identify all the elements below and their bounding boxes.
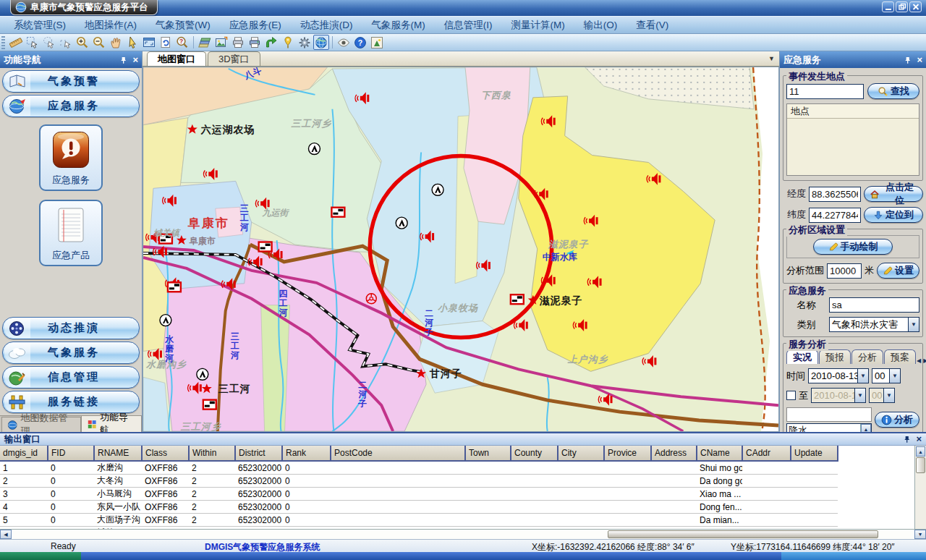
output-vertical-scrollbar[interactable]: ▲ xyxy=(914,446,926,529)
service-tab-1[interactable]: 实况 xyxy=(786,349,818,364)
element-combobox[interactable] xyxy=(786,407,872,422)
map-tab-1[interactable]: 地图窗口 xyxy=(147,51,206,66)
menu-item-7[interactable]: 信息管理(I) xyxy=(435,19,502,32)
analyze-button[interactable]: 分析 xyxy=(875,412,919,428)
pin-button[interactable] xyxy=(280,35,296,50)
table-column-header[interactable]: dmgis_id xyxy=(0,446,48,461)
nav-group-emergency-service[interactable]: 应急服务 xyxy=(2,95,140,117)
close-icon[interactable]: × xyxy=(917,56,922,64)
output-table[interactable]: dmgis_idFIDRNAMEClassWithinDistrictRankP… xyxy=(0,446,838,529)
table-column-header[interactable]: Within xyxy=(189,446,235,461)
left-panel-tab-1[interactable]: 地图数据管理 xyxy=(1,417,81,432)
scroll-left-icon[interactable]: ◀ xyxy=(0,530,12,539)
table-column-header[interactable]: RNAME xyxy=(94,446,142,461)
pin-icon[interactable] xyxy=(119,56,127,64)
search-button[interactable]: 查找 xyxy=(867,83,919,99)
menu-item-9[interactable]: 输出(O) xyxy=(574,19,627,32)
table-column-header[interactable]: County xyxy=(511,446,558,461)
location-result-list[interactable]: 地点 xyxy=(786,103,919,176)
restore-button[interactable] xyxy=(896,1,908,12)
identify-button[interactable]: ? xyxy=(174,35,190,50)
map-canvas[interactable]: 八斗六运湖农场三工河乡下西泉九运街阜康市城关镇阜康市滋泥泉子中新水库滋泥泉子小泉… xyxy=(143,67,779,432)
manual-draw-button[interactable]: 手动绘制 xyxy=(813,239,893,255)
hour-select[interactable]: 00▼ xyxy=(872,368,901,383)
menu-item-8[interactable]: 测量计算(M) xyxy=(501,19,574,32)
table-column-header[interactable]: Address xyxy=(651,446,697,461)
longitude-input[interactable] xyxy=(809,187,861,202)
service-tab-4[interactable]: 预案 xyxy=(884,349,916,364)
latitude-input[interactable] xyxy=(809,208,861,223)
toolbar-grip[interactable] xyxy=(1,36,5,49)
menu-item-10[interactable]: 查看(V) xyxy=(626,19,678,32)
settings-button[interactable] xyxy=(297,35,313,50)
minimize-button[interactable] xyxy=(882,1,894,12)
scroll-up-icon[interactable]: ▲ xyxy=(916,446,925,457)
table-column-header[interactable]: PostCode xyxy=(331,446,465,461)
measure-button[interactable] xyxy=(8,35,24,50)
zoom-in-button[interactable] xyxy=(75,35,90,50)
to-checkbox[interactable] xyxy=(786,391,796,400)
refresh-button[interactable] xyxy=(158,35,174,50)
globe-button[interactable] xyxy=(313,35,329,50)
scroll-down-icon[interactable]: ▼ xyxy=(914,530,926,539)
nav-group-service-links[interactable]: 服务链接 xyxy=(2,391,140,413)
click-locate-button[interactable]: 点击定位 xyxy=(864,186,923,202)
table-column-header[interactable]: Town xyxy=(465,446,511,461)
select-lasso-button[interactable] xyxy=(41,35,57,50)
zoom-out-button[interactable] xyxy=(91,35,107,50)
to-hour-select[interactable]: 00▼ xyxy=(869,388,895,403)
table-row[interactable]: 20大冬沟OXFF8626523020000Da dong gou xyxy=(0,475,838,488)
to-date-select[interactable]: 2010-08-13▼ xyxy=(811,388,866,403)
scene-button[interactable] xyxy=(369,35,385,50)
table-row[interactable]: 40东风一小队OXFF8626523020000Dong fen... xyxy=(0,501,838,514)
menu-item-2[interactable]: 地图操作(A) xyxy=(75,19,146,32)
location-search-input[interactable] xyxy=(786,84,864,99)
menu-item-6[interactable]: 气象服务(M) xyxy=(362,19,434,32)
service-tab-2[interactable]: 预报 xyxy=(819,349,851,364)
table-column-header[interactable]: District xyxy=(235,446,282,461)
element-list-item[interactable]: 降水 xyxy=(789,425,859,432)
pointer-button[interactable] xyxy=(124,35,140,50)
pin-icon[interactable] xyxy=(904,56,912,64)
tab-scroll-right-icon[interactable]: ▶ xyxy=(923,357,926,364)
close-icon[interactable]: × xyxy=(132,56,138,64)
table-column-header[interactable]: Rank xyxy=(282,446,331,461)
tab-list-dropdown-icon[interactable]: ▼ xyxy=(768,55,775,62)
listbox-scrollbar[interactable]: ▲▼ xyxy=(860,424,871,432)
table-row[interactable]: 50大面场子沟OXFF8626523020000Da mian... xyxy=(0,514,838,527)
scroll-up-icon[interactable]: ▲ xyxy=(861,424,871,432)
pan-button[interactable] xyxy=(108,35,124,50)
table-column-header[interactable]: Provice xyxy=(604,446,651,461)
print-button[interactable] xyxy=(230,35,246,50)
locate-to-button[interactable]: 定位到 xyxy=(864,207,923,223)
go-arrow-button[interactable] xyxy=(263,35,279,50)
select-rect-button[interactable] xyxy=(25,35,41,50)
layers-button[interactable] xyxy=(197,35,213,50)
table-row[interactable]: 30小马厩沟OXFF8626523020000Xiao ma ... xyxy=(0,488,838,501)
nav-group-dynamic-deduction[interactable]: 动态推演 xyxy=(2,317,140,339)
service-name-input[interactable] xyxy=(829,297,919,313)
menu-item-5[interactable]: 动态推演(D) xyxy=(291,19,362,32)
close-button[interactable] xyxy=(909,1,922,12)
table-column-header[interactable]: Update xyxy=(791,446,838,461)
tab-scroll-left-icon[interactable]: ◀ xyxy=(917,357,921,364)
date-select[interactable]: 2010-08-13▼ xyxy=(808,368,869,383)
scrollbar-thumb[interactable] xyxy=(916,457,925,473)
service-type-select[interactable]: 气象和洪水灾害 ▼ xyxy=(829,317,919,332)
menu-item-4[interactable]: 应急服务(E) xyxy=(220,19,291,32)
close-icon[interactable]: × xyxy=(916,436,922,443)
left-panel-tab-2[interactable]: 功能导航 xyxy=(81,415,142,432)
set-range-button[interactable]: 设置 xyxy=(877,263,919,279)
analysis-range-input[interactable] xyxy=(827,263,862,279)
nav-group-weather-warning[interactable]: 气象预警 xyxy=(2,70,140,93)
menu-item-3[interactable]: 气象预警(W) xyxy=(146,19,220,32)
emergency-service-card[interactable]: 应急服务 xyxy=(39,124,103,191)
output-horizontal-scrollbar[interactable]: ◀ ▼ xyxy=(0,529,926,539)
table-column-header[interactable]: City xyxy=(558,446,604,461)
scrollbar-thumb[interactable] xyxy=(608,530,878,538)
table-row[interactable]: 10水磨沟OXFF8626523020000Shui mo gou xyxy=(0,461,838,475)
print-color-button[interactable] xyxy=(247,35,263,50)
table-column-header[interactable]: Class xyxy=(142,446,189,461)
menu-item-1[interactable]: 系统管理(S) xyxy=(4,19,75,32)
export-image-button[interactable] xyxy=(213,35,229,50)
